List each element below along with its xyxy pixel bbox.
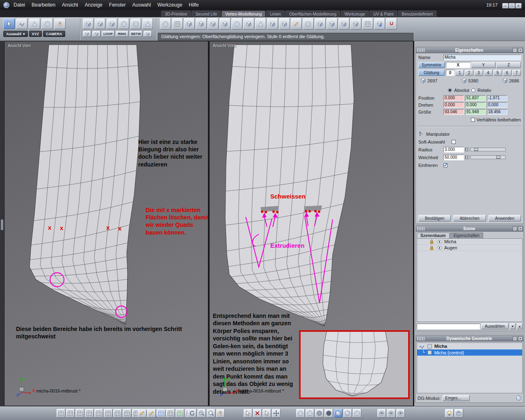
betw-button[interactable]: BETW bbox=[130, 31, 142, 37]
zoom-button[interactable] bbox=[207, 409, 215, 418]
panel-collapse-button[interactable]: □ bbox=[513, 48, 517, 52]
hand-pan-button[interactable] bbox=[216, 409, 225, 418]
viewport-front-left[interactable]: Ansicht Vorn Hier ist eine zu starke Bie… bbox=[4, 41, 208, 406]
menu-auswahl[interactable]: Auswahl bbox=[132, 2, 151, 8]
axis-z-button[interactable]: Z bbox=[496, 62, 521, 68]
tab-linien[interactable]: Linien bbox=[266, 11, 285, 17]
grid-green-button[interactable] bbox=[176, 409, 184, 418]
cancel-button[interactable]: Abbrechen bbox=[453, 215, 486, 221]
delete-cross-button[interactable] bbox=[253, 409, 262, 418]
eye-icon[interactable] bbox=[436, 245, 443, 251]
edge-select-button[interactable] bbox=[83, 31, 91, 37]
vertex-cube-button[interactable] bbox=[83, 18, 94, 29]
single-view-button[interactable] bbox=[57, 409, 65, 418]
eye-sphere-button[interactable] bbox=[396, 409, 405, 418]
normal-cone-button[interactable] bbox=[142, 18, 153, 29]
smooth-decrease-button[interactable] bbox=[350, 18, 361, 30]
dg-child-item[interactable]: └ Micha (control) bbox=[417, 349, 522, 356]
radius-slider[interactable] bbox=[470, 148, 506, 151]
viewport-front-right[interactable]: Ansicht Vorn Schweissen Extrudieren Ents… bbox=[209, 41, 413, 406]
properties-titlebar[interactable]: Eigenschaften □ × bbox=[416, 47, 523, 53]
scene-select-button[interactable]: Auswählen bbox=[481, 323, 509, 329]
wide-view-button[interactable] bbox=[123, 409, 131, 418]
grid-view-button[interactable] bbox=[104, 409, 112, 418]
panel-collapse-button[interactable]: □ bbox=[513, 336, 517, 341]
select-arrow-button[interactable] bbox=[3, 18, 15, 29]
two-view-v-button[interactable] bbox=[85, 409, 94, 418]
relative-radio[interactable] bbox=[471, 88, 475, 92]
split-cube-button[interactable] bbox=[279, 18, 290, 30]
menu-datei[interactable]: Datei bbox=[14, 2, 25, 8]
drehen-x-field[interactable] bbox=[443, 102, 464, 108]
panel-close-button[interactable]: × bbox=[518, 48, 523, 52]
position-y-field[interactable] bbox=[465, 95, 486, 101]
zoom-in-button[interactable] bbox=[197, 409, 206, 418]
knife-pen-button[interactable] bbox=[291, 18, 302, 30]
scene-filter-input[interactable] bbox=[417, 324, 480, 329]
cursor-button[interactable] bbox=[244, 409, 252, 418]
sphere-select-button[interactable] bbox=[41, 18, 53, 29]
radius-field[interactable] bbox=[443, 147, 464, 153]
eye-sphere-button[interactable] bbox=[377, 409, 386, 418]
pen-button[interactable] bbox=[147, 409, 156, 418]
thicken-cube-button[interactable] bbox=[338, 18, 349, 30]
smoothing-button[interactable]: Glättung bbox=[418, 70, 445, 76]
face-cube-button[interactable] bbox=[107, 18, 117, 29]
camera-button[interactable] bbox=[454, 409, 463, 418]
flat-circle-button[interactable] bbox=[315, 409, 324, 418]
close-button[interactable]: × bbox=[515, 3, 522, 9]
absolute-radio[interactable] bbox=[448, 88, 452, 92]
add-plus-button[interactable] bbox=[374, 18, 385, 30]
apply-button[interactable]: Anwenden bbox=[488, 215, 521, 221]
selection-mode-dropdown[interactable]: Auswahl▾ bbox=[3, 31, 28, 37]
tab-benutzerdefiniert[interactable]: Benutzerdefiniert bbox=[398, 11, 436, 17]
smoothing-level-0-button[interactable]: 0 bbox=[446, 70, 454, 76]
smooth-sphere-button[interactable] bbox=[160, 18, 171, 30]
gr-e-y-field[interactable] bbox=[465, 109, 486, 115]
minimize-button[interactable]: – bbox=[502, 3, 509, 9]
orbit-button[interactable] bbox=[188, 409, 196, 418]
four-view-button[interactable] bbox=[66, 409, 75, 418]
panel-close-button[interactable]: × bbox=[518, 336, 523, 341]
scene-down-button[interactable]: ▼ bbox=[510, 323, 516, 329]
smoothing-level-3-button[interactable]: 3 bbox=[474, 70, 483, 76]
grid-blue-button[interactable] bbox=[157, 409, 165, 418]
scene-up-button[interactable]: ▲ bbox=[517, 323, 523, 329]
xyz-button[interactable]: XYZ bbox=[29, 31, 42, 37]
between-select-button[interactable] bbox=[144, 31, 152, 37]
dynamic-geometry-titlebar[interactable]: Dynamische Geometrie □ × bbox=[416, 336, 523, 342]
panel-grip[interactable] bbox=[417, 337, 425, 340]
scene-titlebar[interactable]: Szene □ × bbox=[416, 226, 523, 232]
freeze-checkbox[interactable] bbox=[443, 163, 447, 167]
cut-loop-cylinder-button[interactable] bbox=[303, 18, 314, 30]
collapse-cone-button[interactable] bbox=[255, 18, 266, 30]
tessellate-grid-button[interactable] bbox=[362, 18, 373, 30]
scene-tab-eigenschaften[interactable]: Eigenschaften bbox=[450, 233, 483, 238]
bridge-button[interactable] bbox=[219, 18, 231, 30]
menu-bearbeiten[interactable]: Bearbeiten bbox=[32, 2, 55, 8]
dg-root-item[interactable]: Micha bbox=[417, 343, 522, 349]
panel-close-button[interactable]: × bbox=[518, 226, 523, 231]
scene-item-augen[interactable]: Augen bbox=[417, 245, 522, 251]
scene-item-micha[interactable]: Micha bbox=[417, 239, 522, 245]
smoothing-level-1-button[interactable]: 1 bbox=[455, 70, 464, 76]
softness-field[interactable] bbox=[443, 155, 464, 160]
points-sphere-button[interactable] bbox=[353, 409, 361, 418]
tab-werkzeuge[interactable]: Werkzeuge bbox=[341, 11, 369, 17]
keep-ratio-checkbox[interactable] bbox=[471, 118, 475, 122]
gr-e-z-field[interactable] bbox=[487, 109, 507, 115]
lock-icon[interactable] bbox=[429, 245, 435, 251]
weld-sphere-button[interactable] bbox=[231, 18, 242, 30]
target-weld-button[interactable] bbox=[243, 18, 254, 30]
textured-sphere-button[interactable] bbox=[343, 409, 352, 418]
edge-cube-button[interactable] bbox=[95, 18, 105, 29]
two-view-h-button[interactable] bbox=[75, 409, 84, 418]
smoothing-level-4-button[interactable]: 4 bbox=[484, 70, 493, 76]
border-select-button[interactable] bbox=[92, 31, 100, 37]
menu-ansicht[interactable]: Ansicht bbox=[62, 2, 78, 8]
ring-button[interactable]: RING bbox=[116, 31, 128, 37]
smoothing-level-7-button[interactable]: 7 bbox=[512, 70, 521, 76]
tab-vertex-modellierung[interactable]: Vertex-Modellierung bbox=[221, 11, 265, 17]
loop-cylinder-button[interactable] bbox=[130, 18, 141, 29]
symmetry-button[interactable]: Symmetrie bbox=[418, 62, 445, 68]
